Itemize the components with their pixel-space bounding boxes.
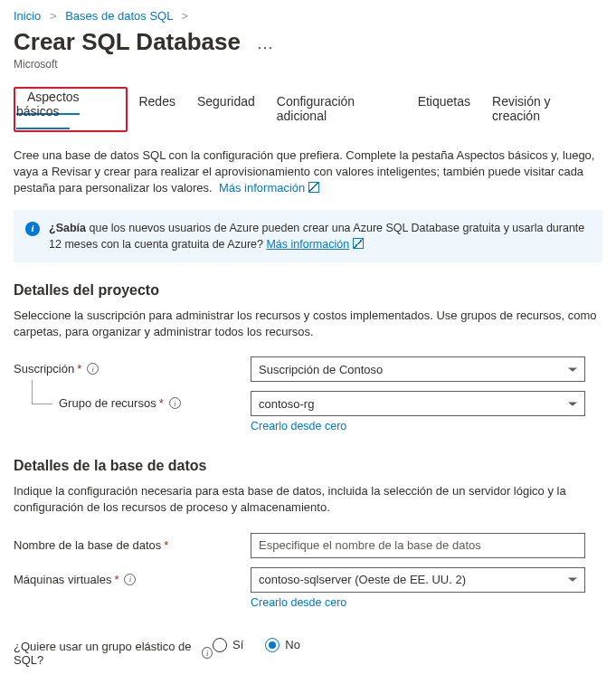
server-dropdown[interactable]: contoso-sqlserver (Oeste de EE. UU. 2) xyxy=(251,567,585,593)
tabs-bar: Aspectos básicos Redes Seguridad Configu… xyxy=(14,87,602,133)
page-title: Crear SQL Database xyxy=(14,28,241,56)
info-icon[interactable]: i xyxy=(87,363,99,375)
elastic-yes-label: Sí xyxy=(232,638,243,651)
highlighted-tab-annotation: Aspectos básicos xyxy=(14,87,128,132)
publisher-label: Microsoft xyxy=(14,58,602,71)
breadcrumb-parent[interactable]: Bases de datos SQL xyxy=(65,9,173,23)
intro-more-info-link[interactable]: Más información xyxy=(219,181,319,195)
tab-networking[interactable]: Redes xyxy=(128,87,185,132)
chevron-down-icon xyxy=(568,577,577,581)
resource-group-label: Grupo de recursos* i xyxy=(14,391,251,410)
infobox: i ¿Sabía que los nuevos usuarios de Azur… xyxy=(14,210,602,262)
chevron-down-icon xyxy=(568,402,577,405)
create-new-server-link[interactable]: Crearlo desde cero xyxy=(251,596,346,609)
more-actions-icon[interactable]: ⋯ xyxy=(257,38,273,56)
info-icon[interactable]: i xyxy=(124,574,136,585)
tab-basics[interactable]: Aspectos básicos xyxy=(16,82,80,129)
subscription-label: Suscripción* i xyxy=(14,356,251,375)
info-icon: i xyxy=(25,222,40,236)
server-label: Máquinas virtuales* i xyxy=(14,567,251,586)
section-project-title: Detalles del proyecto xyxy=(14,282,602,299)
breadcrumb-sep-icon: > xyxy=(182,9,189,23)
infobox-link[interactable]: Más información xyxy=(266,238,364,251)
tab-review[interactable]: Revisión y creación xyxy=(481,87,602,132)
elastic-no-radio[interactable] xyxy=(265,638,280,652)
infobox-text: ¿Sabía que los nuevos usuarios de Azure … xyxy=(49,220,591,252)
tab-additional[interactable]: Configuración adicional xyxy=(266,87,407,132)
breadcrumb-home[interactable]: Inicio xyxy=(14,9,41,23)
elastic-no-label: No xyxy=(285,638,300,651)
breadcrumb: Inicio > Bases de datos SQL > xyxy=(14,9,602,23)
section-database-desc: Indique la configuración necesaria para … xyxy=(14,483,602,516)
section-database-title: Detalles de la base de datos xyxy=(14,458,602,474)
resource-group-dropdown[interactable]: contoso-rg xyxy=(251,391,585,416)
info-icon[interactable]: i xyxy=(169,397,181,409)
tab-tags[interactable]: Etiquetas xyxy=(407,87,481,132)
chevron-down-icon xyxy=(568,367,577,371)
db-name-input[interactable] xyxy=(251,533,585,558)
subscription-dropdown[interactable]: Suscripción de Contoso xyxy=(251,356,585,382)
elastic-yes-radio[interactable] xyxy=(213,638,227,652)
create-new-rg-link[interactable]: Crearlo desde cero xyxy=(251,420,346,432)
elastic-pool-label: ¿Quiere usar un grupo elástico de SQL? i xyxy=(14,634,213,667)
tab-security[interactable]: Seguridad xyxy=(186,87,266,132)
db-name-label: Nombre de la base de datos* xyxy=(14,533,251,552)
info-icon[interactable]: i xyxy=(202,647,213,659)
intro-text: Cree una base de datos SQL con la config… xyxy=(14,147,602,197)
breadcrumb-sep-icon: > xyxy=(50,9,57,23)
section-project-desc: Seleccione la suscripción para administr… xyxy=(14,308,602,340)
